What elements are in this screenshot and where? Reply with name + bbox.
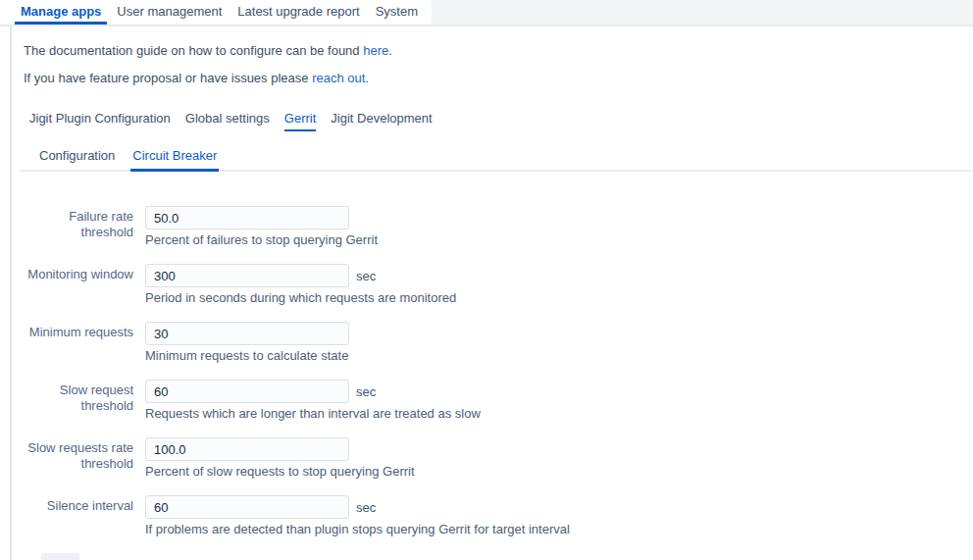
form-actions: Ok xyxy=(41,553,973,560)
documentation-line: The documentation guide on how to config… xyxy=(24,43,973,58)
failure-rate-threshold-description: Percent of failures to stop querying Ger… xyxy=(145,233,378,247)
tab-global-settings[interactable]: Global settings xyxy=(185,111,270,131)
admin-top-nav-items: Manage apps User management Latest upgra… xyxy=(0,0,432,25)
slow-requests-rate-threshold-label: Slow requests rate threshold xyxy=(20,437,145,479)
form-row-slow-request-threshold: Slow request threshold sec Requests whic… xyxy=(20,380,973,421)
subtab-configuration[interactable]: Configuration xyxy=(37,148,117,172)
tab-jigit-plugin-configuration[interactable]: Jigit Plugin Configuration xyxy=(29,111,171,131)
slow-requests-rate-threshold-description: Percent of slow requests to stop queryin… xyxy=(145,465,415,479)
documentation-line-text: The documentation guide on how to config… xyxy=(24,43,363,58)
form-row-slow-requests-rate-threshold: Slow requests rate threshold Percent of … xyxy=(20,437,973,479)
subtab-circuit-breaker[interactable]: Circuit Breaker xyxy=(130,148,219,172)
slow-requests-rate-threshold-input[interactable] xyxy=(145,437,349,461)
form-row-silence-interval: Silence interval sec If problems are det… xyxy=(20,495,973,536)
form-row-monitoring-window: Monitoring window sec Period in seconds … xyxy=(20,264,973,305)
feedback-line: If you have feature proposal or have iss… xyxy=(24,71,973,85)
manage-apps-content: The documentation guide on how to config… xyxy=(10,26,973,560)
admin-top-nav: Manage apps User management Latest upgra… xyxy=(0,0,973,26)
slow-request-threshold-suffix: sec xyxy=(356,384,376,399)
manage-apps-admin-page: Manage apps User management Latest upgra… xyxy=(0,0,973,560)
nav-item-user-management[interactable]: User management xyxy=(111,0,228,25)
minimum-requests-input[interactable] xyxy=(145,322,349,345)
failure-rate-threshold-input[interactable] xyxy=(145,206,349,229)
circuit-breaker-form: Failure rate threshold Percent of failur… xyxy=(20,206,973,560)
form-row-minimum-requests: Minimum requests Minimum requests to cal… xyxy=(20,322,973,363)
silence-interval-label: Silence interval xyxy=(20,495,145,536)
ok-button[interactable]: Ok xyxy=(41,553,79,560)
minimum-requests-label: Minimum requests xyxy=(20,322,145,363)
nav-item-system[interactable]: System xyxy=(370,0,424,25)
minimum-requests-description: Minimum requests to calculate state xyxy=(145,349,349,363)
monitoring-window-label: Monitoring window xyxy=(20,264,145,305)
monitoring-window-description: Period in seconds during which requests … xyxy=(145,291,456,305)
intro-text: The documentation guide on how to config… xyxy=(24,43,973,85)
documentation-link[interactable]: here xyxy=(363,43,388,58)
slow-request-threshold-input[interactable] xyxy=(145,380,349,403)
form-row-failure-rate-threshold: Failure rate threshold Percent of failur… xyxy=(20,206,973,247)
tab-gerrit[interactable]: Gerrit xyxy=(284,111,317,131)
feedback-line-period: . xyxy=(365,71,369,85)
silence-interval-suffix: sec xyxy=(356,500,376,515)
silence-interval-description: If problems are detected than plugin sto… xyxy=(145,523,570,536)
gerrit-subtabs: Configuration Circuit Breaker xyxy=(20,148,973,172)
slow-request-threshold-label: Slow request threshold xyxy=(20,380,145,421)
nav-item-manage-apps[interactable]: Manage apps xyxy=(15,0,107,25)
monitoring-window-input[interactable] xyxy=(145,264,349,287)
nav-item-latest-upgrade-report[interactable]: Latest upgrade report xyxy=(231,0,365,25)
silence-interval-input[interactable] xyxy=(145,495,349,519)
slow-request-threshold-description: Requests which are longer than interval … xyxy=(145,407,481,421)
monitoring-window-suffix: sec xyxy=(356,269,376,283)
reach-out-link[interactable]: reach out xyxy=(312,71,365,85)
failure-rate-threshold-label: Failure rate threshold xyxy=(20,206,145,247)
feedback-line-text: If you have feature proposal or have iss… xyxy=(24,71,312,85)
plugin-tabs: Jigit Plugin Configuration Global settin… xyxy=(29,111,973,131)
tab-jigit-development[interactable]: Jigit Development xyxy=(331,111,432,131)
documentation-line-period: . xyxy=(388,43,392,58)
